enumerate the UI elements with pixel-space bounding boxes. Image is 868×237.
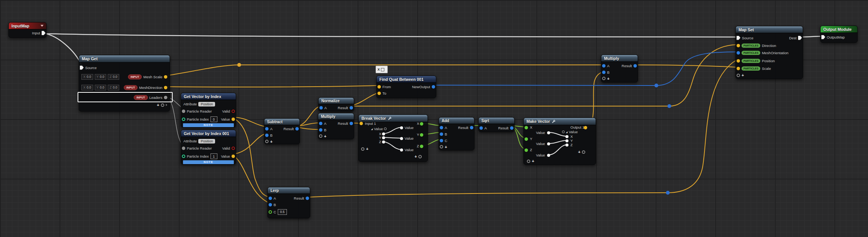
pin-a[interactable] (602, 64, 606, 68)
pin-direction[interactable] (737, 44, 740, 47)
pin-value[interactable] (232, 155, 235, 158)
vector-field-x[interactable]: X0.0 (81, 85, 93, 90)
pin-result[interactable] (633, 64, 637, 68)
pin-outputmap[interactable] (821, 35, 825, 39)
pin-leaders[interactable] (164, 96, 167, 99)
node-header[interactable]: Make Vector (524, 118, 596, 125)
niagara-graph-canvas[interactable]: InputMap Input Map Get Source X0.0 Y0.0 … (0, 0, 868, 237)
node-lerp[interactable]: Lerp A Result B C 0.5 (267, 187, 310, 218)
pin-particle-reader[interactable] (182, 110, 185, 113)
node-sqrt[interactable]: Sqrt A Result (478, 117, 515, 132)
node-get-vector-by-index[interactable]: Get Vector by Index Attribute Position P… (181, 93, 236, 127)
node-header[interactable]: Lerp (268, 187, 310, 194)
node-header[interactable]: Map Set (736, 26, 803, 33)
pin-dest[interactable] (798, 36, 802, 40)
pin-input1[interactable] (360, 122, 363, 125)
value2-pin[interactable] (547, 142, 550, 145)
add-output-button[interactable]: + (415, 155, 417, 158)
particle-index-field[interactable]: 0 (211, 116, 217, 122)
node-map-get[interactable]: Map Get Source X0.0 Y0.0 Z0.0 INPUT Mesh… (79, 55, 170, 111)
inner-value-pin[interactable] (384, 127, 387, 130)
node-header[interactable]: Output Module (821, 26, 857, 33)
pin-out-z[interactable] (420, 145, 423, 148)
node-header[interactable]: Subtract (264, 119, 300, 125)
add-pin[interactable] (602, 77, 606, 80)
wire-multiplytop-to-mapset-scale[interactable] (633, 65, 737, 67)
pin-value[interactable] (232, 118, 235, 121)
add-pin[interactable] (265, 140, 269, 143)
pin-b[interactable] (440, 132, 443, 136)
pin-input[interactable] (42, 31, 45, 35)
wrench-icon[interactable] (552, 119, 555, 123)
pin-a[interactable] (440, 126, 443, 129)
pin-result[interactable] (295, 127, 299, 131)
pin-a[interactable] (269, 197, 272, 200)
node-header[interactable]: InputMap (9, 23, 46, 29)
add-pin-button[interactable]: + (607, 77, 609, 81)
add-output-pin[interactable] (418, 155, 422, 158)
pin-result[interactable] (510, 126, 513, 130)
vector-field-z[interactable]: Z0.0 (108, 74, 119, 80)
node-find-quat-between-001[interactable]: Find Quat Between 001 From NewOutput To (376, 76, 436, 98)
wire-findquat-to-mapset-orientation[interactable] (423, 52, 737, 85)
wire-inputmap-to-mapset-source[interactable] (44, 34, 737, 37)
node-get-vector-by-index-001[interactable]: Get Vector by Index 001 Attribute Positi… (181, 130, 236, 164)
wire-meshdirection-to-findquat-from[interactable] (164, 85, 377, 87)
pin-particle-index[interactable] (182, 118, 185, 121)
pin-mesh-direction[interactable] (164, 86, 167, 89)
add-pin-button[interactable]: + (742, 73, 744, 77)
pin-z[interactable] (525, 148, 528, 152)
node-map-set[interactable]: Map Set Source Dest PARTICLES Direction … (735, 26, 803, 79)
vector-field-y[interactable]: Y0.0 (95, 74, 107, 80)
pin-a[interactable] (319, 106, 323, 110)
pin-b[interactable] (265, 134, 269, 137)
node-header[interactable]: Multiply (601, 55, 638, 62)
pin-y[interactable] (525, 137, 528, 141)
add-pin[interactable] (440, 145, 443, 148)
expand-triangle-icon[interactable]: ◢ (371, 127, 373, 130)
node-multiply[interactable]: Multiply A Result B + (318, 113, 354, 139)
value-y-pin[interactable] (400, 137, 403, 140)
pin-result[interactable] (350, 106, 353, 110)
add-output-pin[interactable] (582, 150, 585, 154)
pin-from[interactable] (377, 85, 381, 89)
pin-meshorientation[interactable] (737, 51, 740, 55)
pin-result[interactable] (470, 126, 473, 129)
add-pin[interactable] (737, 74, 740, 77)
pin-a[interactable] (265, 127, 269, 131)
chevron-down-icon[interactable] (40, 25, 44, 27)
pin-valid[interactable] (232, 147, 235, 150)
node-header[interactable]: Get Vector by Index (181, 93, 236, 100)
node-header[interactable]: Sqrt (479, 118, 514, 124)
pin-source[interactable] (737, 36, 740, 40)
pin-a[interactable] (479, 126, 483, 130)
node-normalize[interactable]: Normalize A Result (318, 97, 354, 111)
node-subtract[interactable]: Subtract A Result B + (264, 118, 300, 144)
add-output-button[interactable]: + (578, 150, 580, 154)
expand-triangle-icon[interactable]: ◢ (566, 131, 568, 133)
pin-newoutput[interactable] (432, 85, 435, 89)
node-output-module[interactable]: Output Module OutputMap (820, 26, 858, 43)
pin-result[interactable] (306, 197, 309, 200)
pin-out-y[interactable] (420, 133, 423, 137)
pin-scale[interactable] (737, 67, 740, 70)
node-multiply-top[interactable]: Multiply A Result B + (601, 55, 638, 82)
particle-index-field[interactable]: 1 (211, 153, 217, 159)
pin-b[interactable] (319, 128, 322, 132)
add-pin[interactable] (319, 134, 322, 138)
wire-inputmap-to-mapget-source[interactable] (44, 34, 81, 65)
wrench-icon[interactable] (388, 116, 392, 120)
wire-value1-to-subtract-b[interactable] (232, 134, 266, 154)
add-pin[interactable] (361, 147, 364, 151)
pin-a[interactable] (319, 122, 322, 125)
pin-source[interactable] (80, 66, 84, 70)
vector-field-z[interactable]: Z0.0 (108, 85, 119, 90)
pin-x[interactable] (525, 126, 528, 129)
inner-value-pin[interactable] (562, 131, 565, 133)
add-pin-button[interactable]: + (366, 147, 368, 151)
pin-particle-reader[interactable] (182, 147, 185, 150)
pin-b[interactable] (602, 71, 606, 74)
wire-value1-to-lerp-b[interactable] (232, 154, 270, 203)
add-pin-button[interactable]: + (157, 103, 159, 107)
pin-result[interactable] (350, 122, 353, 125)
